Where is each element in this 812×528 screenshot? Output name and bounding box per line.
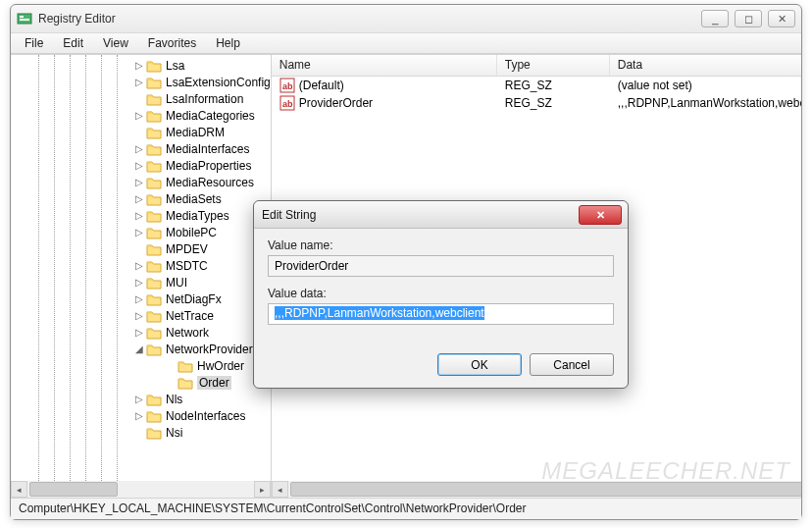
expander-icon[interactable]: ▷ <box>132 327 146 338</box>
window-controls: ⎯ ◻ ✕ <box>701 10 795 27</box>
tree-item-label: NetTrace <box>166 309 214 323</box>
tree-item[interactable]: ▷LsaExtensionConfig <box>11 74 271 90</box>
tree-item-label: MediaProperties <box>166 159 251 173</box>
tree-item-label: Order <box>197 376 231 390</box>
list-hscrollbar[interactable]: ◂ ▸ <box>272 481 801 498</box>
value-data-cell: ,,,RDPNP,LanmanWorkstation,webclient <box>610 96 801 110</box>
value-type-cell: REG_SZ <box>497 96 610 110</box>
tree-item[interactable]: ▷Lsa <box>11 57 271 74</box>
scroll-left-icon[interactable]: ◂ <box>11 481 27 498</box>
tree-item[interactable]: ◢NetworkProvider <box>11 341 271 357</box>
tree-item[interactable]: ▷NodeInterfaces <box>11 407 271 424</box>
tree-item[interactable]: Nsi <box>11 424 271 441</box>
tree-pane: ▷Lsa▷LsaExtensionConfigLsaInformation▷Me… <box>11 55 272 498</box>
list-row[interactable]: abProviderOrderREG_SZ,,,RDPNP,LanmanWork… <box>272 94 801 112</box>
value-data-field[interactable]: ,,,RDPNP,LanmanWorkstation,webclient <box>268 303 614 325</box>
tree-item[interactable]: ▷MUI <box>11 274 271 290</box>
tree-item-label: Nls <box>166 393 182 406</box>
cancel-button[interactable]: Cancel <box>530 353 614 376</box>
expander-icon[interactable]: ▷ <box>132 293 146 304</box>
tree-item[interactable]: MPDEV <box>11 240 271 257</box>
expander-icon[interactable]: ▷ <box>132 227 146 238</box>
tree-item-label: Nsi <box>166 426 182 440</box>
value-name-cell: ab(Default) <box>272 78 497 93</box>
tree-item-label: NetworkProvider <box>166 343 253 356</box>
expander-icon[interactable]: ▷ <box>132 177 146 187</box>
close-button[interactable]: ✕ <box>768 10 795 27</box>
tree-item-label: MPDEV <box>166 242 208 256</box>
expander-icon[interactable]: ▷ <box>132 394 146 404</box>
column-data[interactable]: Data <box>610 55 801 76</box>
value-name-field[interactable] <box>268 255 614 277</box>
expander-icon[interactable]: ▷ <box>132 410 146 421</box>
column-name[interactable]: Name <box>272 55 497 76</box>
tree-item[interactable]: ▷MediaSets <box>11 190 271 207</box>
tree-item-label: HwOrder <box>197 359 244 373</box>
tree-item-label: MobilePC <box>166 226 217 239</box>
tree-item[interactable]: ▷MediaCategories <box>11 107 271 124</box>
tree-item[interactable]: ▷MediaInterfaces <box>11 140 271 157</box>
tree-item-label: Lsa <box>166 59 184 73</box>
menu-file[interactable]: File <box>15 34 53 52</box>
tree-item-label: Network <box>166 326 209 340</box>
menu-view[interactable]: View <box>93 34 138 52</box>
tree-item[interactable]: ▷NetDiagFx <box>11 290 271 307</box>
expander-icon[interactable]: ◢ <box>132 343 146 354</box>
minimize-button[interactable]: ⎯ <box>701 10 729 27</box>
expander-icon[interactable]: ▷ <box>132 60 146 71</box>
titlebar[interactable]: Registry Editor ⎯ ◻ ✕ <box>11 5 801 32</box>
dialog-close-button[interactable]: ✕ <box>579 205 622 225</box>
tree-item[interactable]: ▷Nls <box>11 391 271 407</box>
tree-item-label: NetDiagFx <box>166 292 222 306</box>
expander-icon[interactable]: ▷ <box>132 210 146 221</box>
expander-icon[interactable]: ▷ <box>132 193 146 204</box>
tree-item-label: MediaInterfaces <box>166 142 249 156</box>
value-name-label: Value name: <box>268 238 614 252</box>
tree-item-label: MSDTC <box>166 259 208 273</box>
list-header: Name Type Data <box>272 55 801 77</box>
tree-item[interactable]: MediaDRM <box>11 124 271 140</box>
scroll-left-icon[interactable]: ◂ <box>272 481 288 498</box>
regedit-icon <box>17 11 32 26</box>
value-type-cell: REG_SZ <box>497 79 610 92</box>
menubar: File Edit View Favorites Help <box>11 32 801 54</box>
list-row[interactable]: ab(Default)REG_SZ(value not set) <box>272 77 801 94</box>
scroll-right-icon[interactable]: ▸ <box>254 481 271 498</box>
statusbar: Computer\HKEY_LOCAL_MACHINE\SYSTEM\Curre… <box>11 498 801 519</box>
dialog-titlebar[interactable]: Edit String ✕ <box>254 201 628 229</box>
expander-icon[interactable]: ▷ <box>132 160 146 171</box>
tree-item-label: MUI <box>166 276 187 290</box>
tree-item[interactable]: ▷MediaProperties <box>11 157 271 174</box>
tree-item[interactable]: ▷MediaResources <box>11 174 271 190</box>
dialog-title: Edit String <box>262 208 316 222</box>
menu-edit[interactable]: Edit <box>53 34 93 52</box>
menu-help[interactable]: Help <box>206 34 250 52</box>
tree-item[interactable]: ▷NetTrace <box>11 307 271 324</box>
column-type[interactable]: Type <box>497 55 610 76</box>
tree-item-label: NodeInterfaces <box>166 409 245 423</box>
tree-item[interactable]: ▷MSDTC <box>11 257 271 274</box>
expander-icon[interactable]: ▷ <box>132 143 146 154</box>
tree-item[interactable]: HwOrder <box>11 357 271 374</box>
expander-icon[interactable]: ▷ <box>132 77 146 87</box>
tree-hscrollbar[interactable]: ◂ ▸ <box>11 481 271 498</box>
value-data-cell: (value not set) <box>610 79 801 92</box>
window-title: Registry Editor <box>38 12 701 26</box>
tree-item-label: MediaCategories <box>166 109 255 123</box>
svg-rect-1 <box>20 16 24 18</box>
maximize-button[interactable]: ◻ <box>735 10 762 27</box>
tree-item[interactable]: LsaInformation <box>11 90 271 107</box>
tree-item-label: MediaSets <box>166 192 222 206</box>
tree-item[interactable]: ▷MobilePC <box>11 224 271 240</box>
expander-icon[interactable]: ▷ <box>132 260 146 271</box>
tree-scroll[interactable]: ▷Lsa▷LsaExtensionConfigLsaInformation▷Me… <box>11 55 271 481</box>
expander-icon[interactable]: ▷ <box>132 277 146 288</box>
tree-item[interactable]: ▷Network <box>11 324 271 341</box>
ok-button[interactable]: OK <box>437 353 522 376</box>
tree-item-label: MediaDRM <box>166 126 225 139</box>
tree-item[interactable]: Order <box>11 374 271 391</box>
tree-item[interactable]: ▷MediaTypes <box>11 207 271 224</box>
expander-icon[interactable]: ▷ <box>132 310 146 321</box>
expander-icon[interactable]: ▷ <box>132 110 146 121</box>
menu-favorites[interactable]: Favorites <box>138 34 206 52</box>
